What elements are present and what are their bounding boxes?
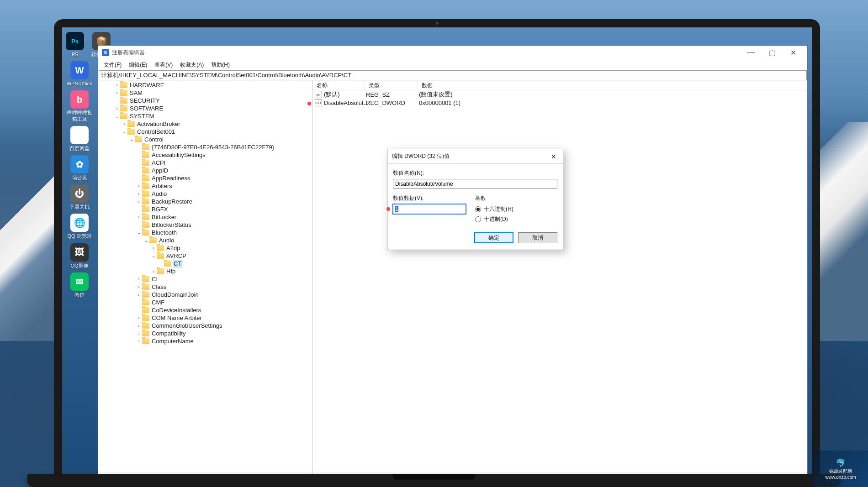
menu-view[interactable]: 查看(V) — [151, 59, 176, 70]
menu-favorites[interactable]: 收藏夹(A) — [176, 59, 207, 70]
tree-clouddomain[interactable]: ›CloudDomainJoin — [98, 291, 312, 298]
tree-avrcp[interactable]: ⌄AVRCP — [98, 252, 312, 260]
desktop-icon-bilibili[interactable]: b哔哩哔哩投稿工具 — [65, 90, 94, 122]
watermark: 🐬 锦哉装配网 www.dnzp.com — [813, 450, 868, 487]
folder-icon — [142, 338, 149, 344]
laptop-camera — [436, 22, 439, 25]
laptop-screen: 戏 PsPS 📦软件管理 WWPS Office b哔哩哔哩投稿工具 ☁百度网盘… — [62, 27, 812, 487]
dialog-titlebar[interactable]: 编辑 DWORD (32 位)值 ✕ — [387, 149, 563, 164]
desktop-icon-wechat[interactable]: ✉微信 — [65, 272, 94, 298]
tree-comnamearb[interactable]: ›COM Name Arbiter — [98, 314, 312, 322]
menu-file[interactable]: 文件(F) — [100, 59, 125, 70]
minimize-button[interactable]: — — [741, 46, 762, 59]
address-path: 计算机\HKEY_LOCAL_MACHINE\SYSTEM\ControlSet… — [101, 71, 351, 79]
radio-icon — [475, 216, 481, 222]
folder-icon — [164, 261, 171, 267]
tree-bitlockerstatus[interactable]: ›BitlockerStatus — [98, 221, 312, 229]
tree-security[interactable]: ›SECURITY — [98, 97, 312, 105]
folder-icon — [135, 136, 142, 142]
folder-icon — [120, 90, 127, 96]
col-data[interactable]: 数据 — [418, 80, 807, 90]
value-type: REG_SZ — [366, 91, 419, 98]
tree-control[interactable]: ⌄Control — [98, 136, 312, 143]
tree-commonglob[interactable]: ›CommonGlobUserSettings — [98, 322, 312, 330]
value-data-input[interactable] — [393, 204, 466, 214]
desktop-icon-pgy[interactable]: ✿蒲公英 — [65, 155, 94, 181]
desktop-icon-wps[interactable]: WWPS Office — [65, 61, 94, 87]
value-type: REG_DWORD — [366, 99, 419, 106]
base-label: 基数 — [475, 194, 557, 202]
folder-icon — [142, 284, 149, 290]
tree-class[interactable]: ›Class — [98, 283, 312, 291]
folder-icon — [142, 206, 149, 212]
tree-compat[interactable]: ›Compatibility — [98, 330, 312, 337]
desktop-icon-qqbrowser[interactable]: 🌐QQ 浏览器 — [65, 214, 94, 239]
tree-appreadiness[interactable]: ›AppReadiness — [98, 174, 312, 182]
tree-controlset[interactable]: ⌄ControlSet001 — [98, 128, 312, 136]
tree-activation[interactable]: ›ActivationBroker — [98, 120, 312, 128]
tree-ct[interactable]: ›CT — [98, 260, 312, 267]
titlebar[interactable]: ⊞ 注册表编辑器 — ▢ ✕ — [98, 46, 807, 59]
regedit-icon: ⊞ — [102, 49, 109, 56]
cancel-button[interactable]: 取消 — [518, 232, 557, 243]
tree-sam[interactable]: ›SAM — [98, 89, 312, 97]
value-name-input[interactable] — [393, 179, 557, 189]
tree-hfp[interactable]: ›Hfp — [98, 267, 312, 275]
folder-icon — [142, 230, 149, 236]
address-bar[interactable]: 计算机\HKEY_LOCAL_MACHINE\SYSTEM\ControlSet… — [99, 70, 807, 80]
tree-bt-audio[interactable]: ⌄Audio — [98, 236, 312, 244]
dialog-buttons: 确定 取消 — [393, 232, 557, 243]
tree-acpi[interactable]: ›ACPI — [98, 159, 312, 167]
desktop-icon-shutdown[interactable]: ⏻下滑关机 — [65, 184, 94, 210]
desktop-icon-ps[interactable]: PsPS — [66, 32, 84, 58]
value-name: DisableAbsolut... — [324, 99, 366, 106]
folder-icon — [149, 237, 157, 243]
folder-icon — [142, 315, 149, 321]
folder-icon — [157, 245, 164, 251]
tree-appid[interactable]: ›AppID — [98, 167, 312, 174]
tree-audio[interactable]: ›Audio — [98, 190, 312, 198]
list-header: 名称 类型 数据 — [313, 80, 807, 90]
close-button[interactable]: ✕ — [783, 46, 804, 59]
window-title: 注册表编辑器 — [112, 49, 741, 57]
tree-guid[interactable]: ›{7746D80F-97E0-4E26-9543-26B41FC22F79} — [98, 143, 312, 151]
ok-button[interactable]: 确定 — [474, 232, 513, 243]
folder-icon — [142, 168, 149, 173]
tree-software[interactable]: ›SOFTWARE — [98, 105, 312, 112]
col-type[interactable]: 类型 — [365, 80, 418, 90]
desktop-icon-baidupan[interactable]: ☁百度网盘 — [65, 126, 94, 152]
edit-dword-dialog: 编辑 DWORD (32 位)值 ✕ 数值名称(N): 数值数据(V): 基数 — [387, 149, 563, 250]
folder-icon — [120, 105, 127, 111]
tree-cmf[interactable]: ›CMF — [98, 298, 312, 306]
watermark-text2: www.dnzp.com — [825, 475, 856, 480]
col-name[interactable]: 名称 — [313, 80, 365, 90]
tree-compname[interactable]: ›ComputerName — [98, 337, 312, 345]
folder-icon — [142, 144, 149, 150]
radio-hex[interactable]: 十六进制(H) — [475, 204, 557, 214]
tree-bitlocker[interactable]: ›BitLocker — [98, 213, 312, 221]
list-row-default[interactable]: ab (默认) REG_SZ (数值未设置) — [313, 90, 807, 99]
tree-arbiters[interactable]: ›Arbiters — [98, 182, 312, 190]
value-name-label: 数值名称(N): — [393, 169, 557, 177]
tree-backuprestore[interactable]: ›BackupRestore — [98, 198, 312, 205]
list-pane: 名称 类型 数据 ab (默认) REG_SZ (数值未设置) — [313, 80, 807, 487]
desktop-icon-qqimage[interactable]: 🖼QQ影像 — [65, 243, 94, 269]
tree-bluetooth[interactable]: ⌄Bluetooth — [98, 229, 312, 236]
tree-ci[interactable]: ›CI — [98, 275, 312, 283]
list-row-disableabs[interactable]: 011 DisableAbsolut... REG_DWORD 0x000000… — [313, 99, 807, 107]
menu-edit[interactable]: 编辑(E) — [125, 59, 151, 70]
tree-pane[interactable]: ›HARDWARE ›SAM ›SECURITY ›SOFTWARE ⌄SYST… — [98, 80, 313, 487]
folder-icon — [142, 183, 149, 189]
tree-accessibility[interactable]: ›AccessibilitySettings — [98, 151, 312, 159]
radio-dec-label: 十进制(D) — [484, 215, 508, 223]
tree-a2dp[interactable]: ›A2dp — [98, 244, 312, 252]
maximize-button[interactable]: ▢ — [762, 46, 783, 59]
tree-codeviceinst[interactable]: ›CoDeviceInstallers — [98, 306, 312, 314]
menu-help[interactable]: 帮助(H) — [207, 59, 233, 70]
tree-hardware[interactable]: ›HARDWARE — [98, 81, 312, 89]
folder-icon — [142, 175, 149, 181]
dialog-close-button[interactable]: ✕ — [549, 153, 558, 160]
radio-dec[interactable]: 十进制(D) — [475, 214, 557, 224]
tree-bgfx[interactable]: ›BGFX — [98, 205, 312, 213]
tree-system[interactable]: ⌄SYSTEM — [98, 112, 312, 120]
